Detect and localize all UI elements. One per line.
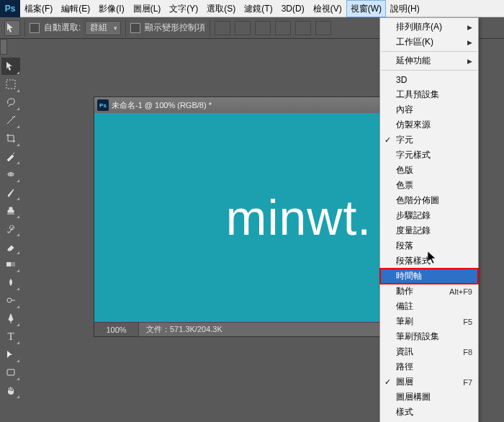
svg-rect-0 [6, 80, 15, 89]
menu-item-工作區(K)[interactable]: 工作區(K)▶ [380, 35, 478, 50]
auto-select-checkbox[interactable] [30, 23, 40, 33]
file-info: 文件：571.3K/204.3K [139, 324, 230, 335]
menu-item-樣式[interactable]: 樣式 [380, 405, 478, 420]
menu-item-備註[interactable]: 備註 [380, 299, 478, 314]
menu-item-動作[interactable]: 動作Alt+F9 [380, 284, 478, 299]
menu-影像[interactable]: 影像(I) [94, 0, 128, 17]
canvas[interactable]: minwt. [94, 113, 402, 322]
brush-tool[interactable] [1, 184, 20, 201]
shape-tool[interactable] [1, 364, 20, 381]
status-bar: 100% 文件：571.3K/204.3K ▸ [94, 322, 402, 336]
hand-tool[interactable] [1, 382, 20, 399]
stamp-tool[interactable] [1, 202, 20, 219]
menu-item-段落樣式[interactable]: 段落樣式 [380, 253, 478, 269]
align-btn-3[interactable] [255, 21, 271, 35]
menu-item-字元樣式[interactable]: 字元樣式 [380, 148, 478, 163]
menu-檢視[interactable]: 檢視(V) [309, 0, 346, 17]
menu-item-色版[interactable]: 色版 [380, 163, 478, 178]
tools-panel: T [0, 56, 22, 400]
menu-選取[interactable]: 選取(S) [202, 0, 240, 17]
eyedropper-tool[interactable] [1, 148, 20, 165]
menu-item-路徑[interactable]: 路徑 [380, 359, 478, 374]
panel-tab[interactable] [0, 39, 7, 55]
document-titlebar[interactable]: Ps 未命名-1 @ 100% (RGB/8) * [94, 97, 402, 113]
svg-point-1 [14, 116, 15, 117]
svg-rect-4 [6, 262, 11, 266]
menu-item-時間軸[interactable]: 時間軸 [380, 269, 478, 284]
auto-select-label: 自動選取: [44, 22, 81, 34]
wand-tool[interactable] [1, 112, 20, 129]
path-tool[interactable] [1, 346, 20, 363]
pen-tool[interactable] [1, 310, 20, 327]
menu-item-筆刷預設集[interactable]: 筆刷預設集 [380, 329, 478, 344]
align-btn-2[interactable] [235, 21, 251, 35]
menu-item-段落[interactable]: 段落 [380, 238, 478, 253]
menu-item-色階分佈圖[interactable]: 色階分佈圖 [380, 193, 478, 208]
crop-tool[interactable] [1, 130, 20, 147]
history-brush-tool[interactable] [1, 220, 20, 237]
svg-rect-6 [7, 369, 14, 375]
menu-圖層[interactable]: 圖層(L) [129, 0, 166, 17]
move-tool-icon[interactable] [4, 20, 20, 36]
menu-item-資訊[interactable]: 資訊F8 [380, 344, 478, 359]
gradient-tool[interactable] [1, 256, 20, 273]
menu-bar: Ps 檔案(F)編輯(E)影像(I)圖層(L)文字(Y)選取(S)濾鏡(T)3D… [0, 0, 504, 17]
menu-item-圖層構圖[interactable]: 圖層構圖 [380, 390, 478, 405]
menu-item-色票[interactable]: 色票 [380, 178, 478, 193]
align-btn-6[interactable] [315, 21, 331, 35]
menu-item-圖層[interactable]: ✓圖層F7 [380, 374, 478, 390]
align-btn-1[interactable] [215, 21, 230, 35]
move-tool[interactable] [1, 58, 20, 75]
doc-ps-icon: Ps [97, 99, 109, 111]
menu-視窗[interactable]: 視窗(W) [346, 0, 386, 17]
menu-檔案[interactable]: 檔案(F) [20, 0, 57, 17]
marquee-tool[interactable] [1, 76, 20, 93]
document-window: Ps 未命名-1 @ 100% (RGB/8) * minwt. 100% 文件… [94, 96, 403, 337]
app-logo: Ps [0, 0, 20, 17]
dodge-tool[interactable] [1, 292, 20, 309]
menu-3D[interactable]: 3D(D) [277, 0, 309, 17]
menu-item-延伸功能[interactable]: 延伸功能▶ [380, 53, 478, 68]
menu-item-仿製來源[interactable]: 仿製來源 [380, 117, 478, 133]
type-tool[interactable]: T [1, 328, 20, 345]
menu-文字[interactable]: 文字(Y) [165, 0, 202, 17]
menu-item-字元[interactable]: ✓字元 [380, 133, 478, 148]
eraser-tool[interactable] [1, 238, 20, 255]
menu-item-工具預設集[interactable]: 工具預設集 [380, 87, 478, 102]
align-btn-5[interactable] [295, 21, 311, 35]
zoom-level[interactable]: 100% [94, 323, 139, 336]
show-transform-label: 顯示變形控制項 [145, 22, 205, 34]
blur-tool[interactable] [1, 274, 20, 291]
menu-濾鏡[interactable]: 濾鏡(T) [240, 0, 276, 17]
document-title: 未命名-1 @ 100% (RGB/8) * [112, 100, 212, 111]
menu-item-排列順序(A)[interactable]: 排列順序(A)▶ [380, 19, 478, 35]
align-btn-4[interactable] [275, 21, 291, 35]
menu-item-3D[interactable]: 3D [380, 72, 478, 87]
menu-item-步驟記錄[interactable]: 步驟記錄 [380, 208, 478, 223]
show-transform-checkbox[interactable] [130, 23, 140, 33]
menu-item-度量記錄[interactable]: 度量記錄 [380, 223, 478, 238]
menu-編輯[interactable]: 編輯(E) [57, 0, 94, 17]
heal-tool[interactable] [1, 166, 20, 183]
svg-point-5 [7, 298, 12, 302]
menu-item-筆刷[interactable]: 筆刷F5 [380, 314, 478, 329]
menu-item-內容[interactable]: 內容 [380, 102, 478, 117]
auto-select-dropdown[interactable]: 群組 [85, 21, 121, 35]
window-menu-popup: 排列順序(A)▶工作區(K)▶延伸功能▶3D工具預設集內容仿製來源✓字元字元樣式… [379, 17, 479, 422]
lasso-tool[interactable] [1, 94, 20, 111]
menu-說明[interactable]: 說明(H) [386, 0, 424, 17]
